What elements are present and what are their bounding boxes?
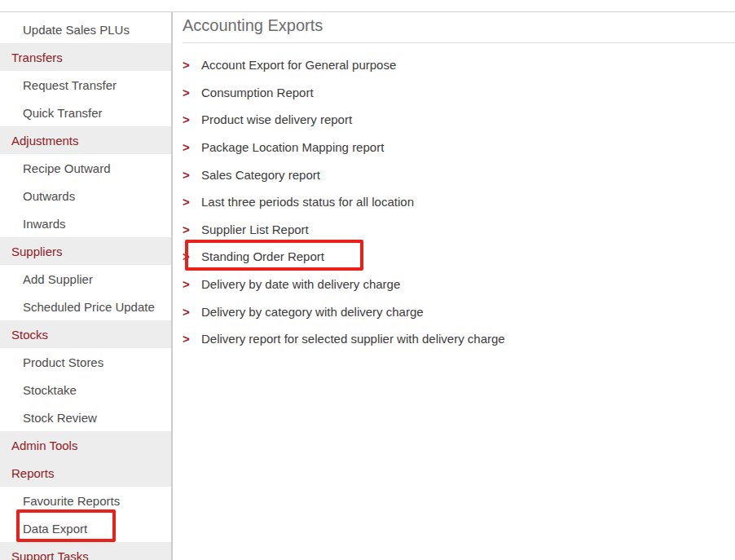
chevron-right-icon: > [183,140,190,154]
sidebar-item-quick-transfer[interactable]: Quick Transfer [0,99,171,126]
sidebar-item-stocktake[interactable]: Stocktake [0,376,171,403]
report-link-label: Product wise delivery report [201,112,352,126]
report-link-label: Sales Category report [201,168,320,182]
chevron-right-icon: > [183,58,190,72]
chevron-right-icon: > [183,86,190,99]
sidebar-item-adjustments[interactable]: Adjustments [0,126,171,154]
report-link-last-three-periods-status-for-all-location[interactable]: >Last three periods status for all locat… [183,188,735,216]
chevron-right-icon: > [183,305,190,319]
sidebar-item-admin-tools[interactable]: Admin Tools [0,431,171,459]
report-link-product-wise-delivery-report[interactable]: >Product wise delivery report [183,106,735,134]
sidebar-item-reports[interactable]: Reports [0,459,171,487]
sidebar-item-scheduled-price-update[interactable]: Scheduled Price Update [0,293,171,320]
report-link-label: Consumption Report [201,86,314,99]
sidebar-item-data-export[interactable]: Data Export [0,514,171,542]
report-link-sales-category-report[interactable]: >Sales Category report [183,161,735,188]
sidebar-item-label: Quick Transfer [23,106,103,120]
sidebar-nav: Update Sales PLUsTransfersRequest Transf… [0,12,171,560]
sidebar-item-suppliers[interactable]: Suppliers [0,237,171,265]
sidebar-item-label: Inwards [23,217,66,231]
sidebar-item-outwards[interactable]: Outwards [0,182,171,209]
chevron-right-icon: > [183,223,190,236]
sidebar-item-label: Suppliers [11,245,63,258]
sidebar-item-label: Add Supplier [23,272,93,286]
sidebar-item-label: Favourite Reports [23,494,120,508]
sidebar-item-recipe-outward[interactable]: Recipe Outward [0,154,171,182]
sidebar-item-favourite-reports[interactable]: Favourite Reports [0,487,171,514]
report-link-package-location-mapping-report[interactable]: >Package Location Mapping report [183,134,735,161]
report-link-consumption-report[interactable]: >Consumption Report [183,79,735,107]
sidebar-item-label: Transfers [11,51,63,64]
sidebar-item-label: Product Stores [23,355,103,369]
report-link-label: Standing Order Report [201,249,324,263]
sidebar-item-request-transfer[interactable]: Request Transfer [0,71,171,99]
sidebar-item-label: Adjustments [11,134,79,148]
main-content: Accounting Exports >Account Export for G… [173,11,735,560]
sidebar-item-label: Outwards [23,189,75,203]
report-link-label: Last three periods status for all locati… [201,195,414,209]
sidebar: Update Sales PLUsTransfersRequest Transf… [0,12,173,560]
report-link-label: Delivery report for selected supplier wi… [201,332,505,346]
sidebar-item-label: Scheduled Price Update [23,300,155,314]
chevron-right-icon: > [183,277,190,291]
sidebar-item-product-stores[interactable]: Product Stores [0,348,171,376]
report-link-supplier-list-report[interactable]: >Supplier List Report [183,216,735,244]
chevron-right-icon: > [183,168,190,182]
sidebar-item-inwards[interactable]: Inwards [0,209,171,237]
sidebar-item-stocks[interactable]: Stocks [0,320,171,348]
report-link-account-export-for-general-purpose[interactable]: >Account Export for General purpose [183,51,735,79]
sidebar-item-transfers[interactable]: Transfers [0,43,171,71]
sidebar-item-label: Request Transfer [23,78,117,92]
chevron-right-icon: > [183,195,190,209]
report-link-delivery-by-category-with-delivery-charge[interactable]: >Delivery by category with delivery char… [183,298,735,325]
sidebar-item-label: Stocktake [23,383,77,397]
chevron-right-icon: > [183,332,190,346]
sidebar-item-label: Update Sales PLUs [23,23,130,37]
report-link-label: Package Location Mapping report [201,140,384,154]
sidebar-item-add-supplier[interactable]: Add Supplier [0,265,171,293]
report-link-label: Delivery by date with delivery charge [201,277,400,291]
page-title: Accounting Exports [183,11,735,43]
sidebar-item-support-tasks[interactable]: Support Tasks [0,542,171,560]
report-link-standing-order-report[interactable]: >Standing Order Report [183,243,735,271]
sidebar-item-update-sales-plus[interactable]: Update Sales PLUs [0,15,171,43]
report-link-delivery-report-for-selected-supplier-with-delivery-charge[interactable]: >Delivery report for selected supplier w… [183,325,735,353]
sidebar-item-label: Recipe Outward [23,161,111,175]
sidebar-item-label: Reports [11,466,55,480]
report-link-delivery-by-date-with-delivery-charge[interactable]: >Delivery by date with delivery charge [183,271,735,298]
sidebar-item-stock-review[interactable]: Stock Review [0,403,171,431]
sidebar-item-label: Data Export [23,522,87,536]
sidebar-item-label: Support Tasks [11,549,89,560]
sidebar-item-label: Admin Tools [11,439,77,452]
chevron-right-icon: > [183,112,190,126]
report-link-label: Delivery by category with delivery charg… [201,305,424,319]
report-link-label: Supplier List Report [201,223,309,236]
chevron-right-icon: > [183,249,190,263]
report-list: >Account Export for General purpose>Cons… [183,51,735,353]
report-link-label: Account Export for General purpose [201,58,396,72]
sidebar-item-label: Stocks [11,328,48,342]
sidebar-item-label: Stock Review [23,411,97,425]
